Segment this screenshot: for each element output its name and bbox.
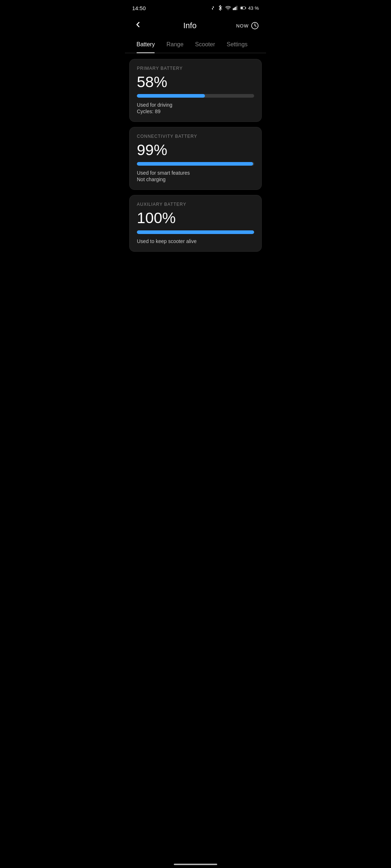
connectivity-battery-percent: 99%: [137, 142, 254, 158]
header: Info NOW: [125, 14, 266, 37]
status-bar: 14:50 43 %: [125, 0, 266, 14]
tab-range[interactable]: Range: [161, 37, 189, 53]
primary-battery-fill: [137, 94, 205, 98]
auxiliary-battery-percent: 100%: [137, 210, 254, 226]
back-button[interactable]: [132, 19, 144, 33]
primary-battery-info1: Used for driving: [137, 102, 254, 108]
device-battery-icon: [240, 5, 246, 11]
primary-battery-info: Used for driving Cycles: 89: [137, 102, 254, 114]
connectivity-battery-bar: [137, 162, 254, 166]
bluetooth-icon: [210, 5, 216, 11]
connectivity-battery-fill: [137, 162, 253, 166]
svg-rect-2: [235, 7, 236, 10]
page-title: Info: [144, 21, 236, 30]
auxiliary-battery-label: AUXILIARY BATTERY: [137, 202, 254, 207]
connectivity-battery-info1: Used for smart features: [137, 170, 254, 176]
battery-content: PRIMARY BATTERY 58% Used for driving Cyc…: [125, 53, 266, 258]
tab-bar: Battery Range Scooter Settings: [125, 37, 266, 53]
tab-battery[interactable]: Battery: [131, 37, 161, 53]
tab-scooter[interactable]: Scooter: [189, 37, 221, 53]
auxiliary-battery-card: AUXILIARY BATTERY 100% Used to keep scoo…: [129, 195, 262, 251]
signal-icon: [233, 5, 239, 11]
tab-settings[interactable]: Settings: [221, 37, 253, 53]
status-time: 14:50: [132, 5, 146, 11]
primary-battery-percent: 58%: [137, 74, 254, 90]
auxiliary-battery-info: Used to keep scooter alive: [137, 238, 254, 244]
primary-battery-info2: Cycles: 89: [137, 109, 254, 114]
primary-battery-label: PRIMARY BATTERY: [137, 66, 254, 71]
battery-percent: 43 %: [248, 5, 259, 11]
svg-rect-0: [233, 8, 234, 10]
wifi-icon: [225, 5, 231, 11]
status-icons: 43 %: [210, 5, 259, 11]
svg-rect-1: [234, 8, 235, 10]
auxiliary-battery-bar: [137, 230, 254, 234]
primary-battery-card: PRIMARY BATTERY 58% Used for driving Cyc…: [129, 59, 262, 122]
svg-rect-6: [241, 7, 243, 9]
bluetooth-icon: [218, 5, 223, 11]
connectivity-battery-card: CONNECTIVITY BATTERY 99% Used for smart …: [129, 127, 262, 190]
connectivity-battery-info2: Not charging: [137, 176, 254, 182]
connectivity-battery-info: Used for smart features Not charging: [137, 170, 254, 182]
primary-battery-bar: [137, 94, 254, 98]
svg-rect-5: [245, 7, 246, 8]
auxiliary-battery-fill: [137, 230, 254, 234]
connectivity-battery-label: CONNECTIVITY BATTERY: [137, 134, 254, 139]
svg-rect-3: [236, 6, 237, 10]
now-button[interactable]: NOW: [236, 22, 259, 30]
auxiliary-battery-info1: Used to keep scooter alive: [137, 238, 254, 244]
